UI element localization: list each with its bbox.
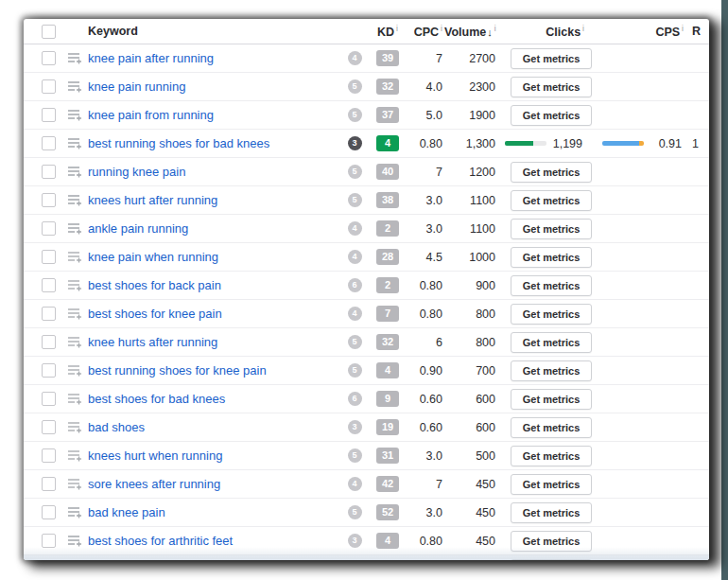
column-header-clicks[interactable]: Clicksi [497,24,592,39]
row-checkbox[interactable] [42,79,56,94]
row-checkbox[interactable] [42,278,56,292]
add-to-list-icon[interactable] [67,393,82,405]
cpc-value: 0.80 [407,279,444,292]
column-header-keyword[interactable]: Keyword [88,25,340,38]
row-checkbox[interactable] [42,420,56,434]
get-metrics-button[interactable]: Get metrics [511,105,592,126]
add-to-list-icon[interactable] [67,109,82,121]
row-checkbox[interactable] [42,136,56,150]
add-to-list-icon[interactable] [67,137,82,149]
word-count-cell: 5 [340,193,369,207]
row-checkbox[interactable] [42,505,56,519]
add-to-list-icon[interactable] [67,251,82,263]
kd-info-icon[interactable]: i [396,24,398,33]
get-metrics-button[interactable]: Get metrics [511,531,592,552]
add-to-list-icon[interactable] [67,506,82,518]
add-to-list-icon[interactable] [67,52,82,64]
row-checkbox[interactable] [42,51,56,65]
get-metrics-button[interactable]: Get metrics [511,360,592,381]
row-checkbox[interactable] [42,534,56,548]
column-header-volume[interactable]: Volume↓i [444,24,497,39]
row-checkbox-cell [24,250,61,264]
word-count-badge: 5 [348,363,362,378]
keyword-link[interactable]: bad shoes [88,420,340,434]
volume-value: 800 [444,336,497,349]
select-all-checkbox[interactable] [42,25,56,39]
add-to-list-cell [61,222,88,235]
get-metrics-button[interactable]: Get metrics [511,247,592,268]
keyword-link[interactable]: knees hurt after running [88,193,340,207]
get-metrics-button[interactable]: Get metrics [511,304,592,325]
keyword-link[interactable]: best shoes for back pain [88,278,340,292]
word-count-badge: 4 [348,477,362,491]
keyword-link[interactable]: best shoes for arthritic feet [88,534,340,548]
row-checkbox[interactable] [42,307,56,321]
row-checkbox[interactable] [42,363,56,378]
clicks-value: 1,199 [553,137,584,150]
add-to-list-cell [61,336,88,348]
word-count-cell: 4 [340,250,369,264]
row-checkbox[interactable] [42,448,56,463]
keyword-link[interactable]: best running shoes for knee pain [88,363,340,378]
row-checkbox[interactable] [42,392,56,406]
kd-badge: 28 [376,249,399,265]
cps-info-icon[interactable]: i [682,24,684,33]
get-metrics-button[interactable]: Get metrics [511,162,592,183]
column-header-cps[interactable]: CPSi [592,24,686,39]
clicks-info-icon[interactable]: i [582,24,584,33]
row-checkbox[interactable] [42,165,56,179]
add-to-list-icon[interactable] [67,449,82,462]
get-metrics-button[interactable]: Get metrics [511,275,592,296]
keyword-link[interactable]: knees hurt when running [88,448,340,463]
get-metrics-button[interactable]: Get metrics [511,417,592,438]
row-checkbox[interactable] [42,250,56,264]
keyword-link[interactable]: running knee pain [88,165,340,179]
get-metrics-button[interactable]: Get metrics [511,332,592,353]
column-header-clipped[interactable]: R [686,25,709,38]
add-to-list-icon[interactable] [67,194,82,206]
row-checkbox-cell [24,165,61,179]
get-metrics-button[interactable]: Get metrics [511,219,592,239]
keyword-link[interactable]: best shoes for knee pain [88,307,340,321]
row-checkbox[interactable] [42,477,56,491]
add-to-list-icon[interactable] [67,80,82,93]
row-checkbox[interactable] [42,193,56,207]
keyword-link[interactable]: knee pain from running [88,108,340,122]
keyword-link[interactable]: sore knees after running [88,477,340,491]
column-header-kd[interactable]: KDi [369,24,407,39]
keyword-link[interactable]: best running shoes for bad knees [88,136,340,150]
row-checkbox[interactable] [42,335,56,349]
add-to-list-icon[interactable] [67,336,82,348]
get-metrics-button[interactable]: Get metrics [511,190,592,211]
keyword-link[interactable]: knee pain running [88,79,340,94]
add-to-list-icon[interactable] [67,535,82,547]
get-metrics-button[interactable]: Get metrics [511,77,592,97]
keyword-link[interactable]: bad knee pain [88,505,340,519]
table-row: running knee pain54071200Get metrics [24,158,709,186]
keyword-link[interactable]: best shoes for bad knees [88,392,340,406]
column-header-cpc[interactable]: CPCi [407,24,444,39]
get-metrics-button[interactable]: Get metrics [511,446,592,466]
keyword-link[interactable]: knee pain when running [88,250,340,264]
add-to-list-icon[interactable] [67,364,82,377]
get-metrics-button[interactable]: Get metrics [511,48,592,69]
row-checkbox[interactable] [42,221,56,236]
add-to-list-icon[interactable] [67,166,82,178]
get-metrics-button[interactable]: Get metrics [511,502,592,523]
cps-value: 0.91 [659,137,684,150]
volume-info-icon[interactable]: i [494,24,496,33]
add-to-list-icon[interactable] [67,222,82,235]
keyword-link[interactable]: knee pain after running [88,51,340,65]
add-to-list-icon[interactable] [67,279,82,291]
add-to-list-icon[interactable] [67,308,82,320]
get-metrics-button[interactable]: Get metrics [511,559,592,561]
add-to-list-cell [61,478,88,490]
get-metrics-button[interactable]: Get metrics [511,474,592,495]
cpc-info-icon[interactable]: i [441,24,442,33]
add-to-list-icon[interactable] [67,478,82,490]
keyword-link[interactable]: ankle pain running [88,221,340,236]
add-to-list-icon[interactable] [67,421,82,433]
keyword-link[interactable]: knee hurts after running [88,335,340,349]
row-checkbox[interactable] [42,108,56,122]
get-metrics-button[interactable]: Get metrics [511,389,592,410]
